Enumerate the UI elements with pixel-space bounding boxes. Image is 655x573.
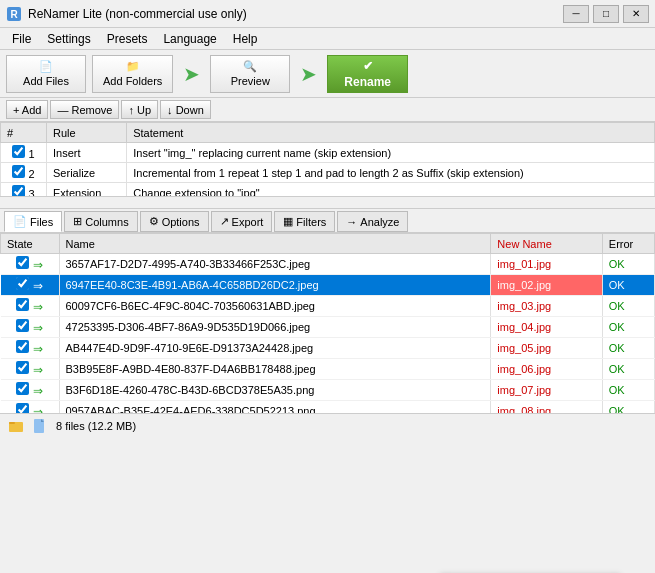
rule-checkbox[interactable] <box>12 165 25 178</box>
col-error[interactable]: Error <box>602 234 654 254</box>
rule-row[interactable]: 3 Extension Change extension to "jpg" <box>1 183 655 197</box>
table-row[interactable]: ⇒ AB447E4D-9D9F-4710-9E6E-D91373A24428.j… <box>1 338 655 359</box>
tab-options[interactable]: ⚙ Options <box>140 211 209 232</box>
col-statement[interactable]: Statement <box>127 123 655 143</box>
file-state-cell: ⇒ <box>1 296 60 317</box>
rule-name: Serialize <box>47 163 127 183</box>
app-icon: R <box>6 6 22 22</box>
file-new-name-cell: img_07.jpg <box>491 380 602 401</box>
table-row[interactable]: ⇒ B3F6D18E-4260-478C-B43D-6BCD378E5A35.p… <box>1 380 655 401</box>
menu-file[interactable]: File <box>4 30 39 48</box>
file-checkbox[interactable] <box>16 277 29 290</box>
files-table: State Name New Name Error ⇒ 3657AF17-D2D… <box>0 233 655 413</box>
up-rule-button[interactable]: ↑ Up <box>121 100 158 119</box>
tab-files[interactable]: 📄 Files <box>4 211 62 232</box>
files-body[interactable]: State Name New Name Error ⇒ 3657AF17-D2D… <box>0 233 655 413</box>
file-checkbox[interactable] <box>16 340 29 353</box>
tab-filters-icon: ▦ <box>283 215 293 228</box>
menu-bar: File Settings Presets Language Help <box>0 28 655 50</box>
rule-checkbox[interactable] <box>12 185 25 196</box>
rule-statement: Insert "img_" replacing current name (sk… <box>127 143 655 163</box>
tab-files-icon: 📄 <box>13 215 27 228</box>
table-row[interactable]: ⇒ 6947EE40-8C3E-4B91-AB6A-4C658BD26DC2.j… <box>1 275 655 296</box>
file-name-cell: B3F6D18E-4260-478C-B43D-6BCD378E5A35.png <box>59 380 491 401</box>
menu-language[interactable]: Language <box>155 30 224 48</box>
tab-export-label: Export <box>232 216 264 228</box>
file-state-cell: ⇒ <box>1 275 60 296</box>
maximize-button[interactable]: □ <box>593 5 619 23</box>
file-checkbox[interactable] <box>16 256 29 269</box>
down-rule-label: ↓ Down <box>167 104 204 116</box>
tab-analyze[interactable]: → Analyze <box>337 211 408 232</box>
rule-num: 2 <box>1 163 47 183</box>
rule-row[interactable]: 2 Serialize Incremental from 1 repeat 1 … <box>1 163 655 183</box>
tab-columns[interactable]: ⊞ Columns <box>64 211 137 232</box>
file-error-cell: OK <box>602 359 654 380</box>
menu-presets[interactable]: Presets <box>99 30 156 48</box>
preview-label: Preview <box>231 75 270 87</box>
tab-files-label: Files <box>30 216 53 228</box>
table-row[interactable]: ⇒ 0957ABAC-B35F-42E4-AED6-338DC5D52213.p… <box>1 401 655 414</box>
col-num[interactable]: # <box>1 123 47 143</box>
rules-scroll[interactable]: # Rule Statement 1 Insert Insert "img_" … <box>0 122 655 196</box>
rule-statement: Incremental from 1 repeat 1 step 1 and p… <box>127 163 655 183</box>
table-row[interactable]: ⇒ 3657AF17-D2D7-4995-A740-3B33466F253C.j… <box>1 254 655 275</box>
status-folder-icon[interactable] <box>8 418 24 434</box>
file-name-cell: B3B95E8F-A9BD-4E80-837F-D4A6BB178488.jpe… <box>59 359 491 380</box>
add-rule-button[interactable]: + Add <box>6 100 48 119</box>
down-rule-button[interactable]: ↓ Down <box>160 100 211 119</box>
close-button[interactable]: ✕ <box>623 5 649 23</box>
tab-export[interactable]: ↗ Export <box>211 211 273 232</box>
svg-rect-3 <box>9 422 15 424</box>
rules-scrollbar[interactable] <box>0 196 655 208</box>
table-row[interactable]: ⇒ 60097CF6-B6EC-4F9C-804C-703560631ABD.j… <box>1 296 655 317</box>
table-row[interactable]: ⇒ 47253395-D306-4BF7-86A9-9D535D19D066.j… <box>1 317 655 338</box>
file-arrow-icon: ⇒ <box>33 342 43 356</box>
file-state-cell: ⇒ <box>1 317 60 338</box>
col-state[interactable]: State <box>1 234 60 254</box>
rule-checkbox[interactable] <box>12 145 25 158</box>
window-title: ReNamer Lite (non-commercial use only) <box>28 7 563 21</box>
col-name[interactable]: Name <box>59 234 491 254</box>
file-error-cell: OK <box>602 380 654 401</box>
remove-rule-button[interactable]: — Remove <box>50 100 119 119</box>
col-rule[interactable]: Rule <box>47 123 127 143</box>
rule-row[interactable]: 1 Insert Insert "img_" replacing current… <box>1 143 655 163</box>
file-arrow-icon: ⇒ <box>33 384 43 398</box>
file-checkbox[interactable] <box>16 319 29 332</box>
tab-export-icon: ↗ <box>220 215 229 228</box>
add-files-button[interactable]: 📄 Add Files <box>6 55 86 93</box>
file-checkbox[interactable] <box>16 403 29 413</box>
tab-filters[interactable]: ▦ Filters <box>274 211 335 232</box>
files-section: State Name New Name Error ⇒ 3657AF17-D2D… <box>0 233 655 413</box>
rules-table: # Rule Statement 1 Insert Insert "img_" … <box>0 122 655 196</box>
file-state-cell: ⇒ <box>1 380 60 401</box>
minimize-button[interactable]: ─ <box>563 5 589 23</box>
status-file-icon[interactable] <box>32 418 48 434</box>
file-new-name-cell: img_04.jpg <box>491 317 602 338</box>
rules-toolbar: + Add — Remove ↑ Up ↓ Down <box>0 98 655 122</box>
file-checkbox[interactable] <box>16 298 29 311</box>
table-row[interactable]: ⇒ B3B95E8F-A9BD-4E80-837F-D4A6BB178488.j… <box>1 359 655 380</box>
file-arrow-icon: ⇒ <box>33 258 43 272</box>
tab-filters-label: Filters <box>296 216 326 228</box>
add-files-icon: 📄 <box>39 60 53 73</box>
add-folders-button[interactable]: 📁 Add Folders <box>92 55 173 93</box>
tab-analyze-icon: → <box>346 216 357 228</box>
menu-settings[interactable]: Settings <box>39 30 98 48</box>
file-error-cell: OK <box>602 401 654 414</box>
preview-button[interactable]: 🔍 Preview <box>210 55 290 93</box>
rename-button[interactable]: ✔ Rename <box>327 55 408 93</box>
tab-columns-label: Columns <box>85 216 128 228</box>
preview-icon: 🔍 <box>243 60 257 73</box>
rule-name: Extension <box>47 183 127 197</box>
file-arrow-icon: ⇒ <box>33 363 43 377</box>
file-new-name-cell: img_01.jpg <box>491 254 602 275</box>
rule-name: Insert <box>47 143 127 163</box>
file-error-cell: OK <box>602 254 654 275</box>
col-new-name[interactable]: New Name <box>491 234 602 254</box>
file-checkbox[interactable] <box>16 361 29 374</box>
file-new-name-cell: img_03.jpg <box>491 296 602 317</box>
file-checkbox[interactable] <box>16 382 29 395</box>
menu-help[interactable]: Help <box>225 30 266 48</box>
